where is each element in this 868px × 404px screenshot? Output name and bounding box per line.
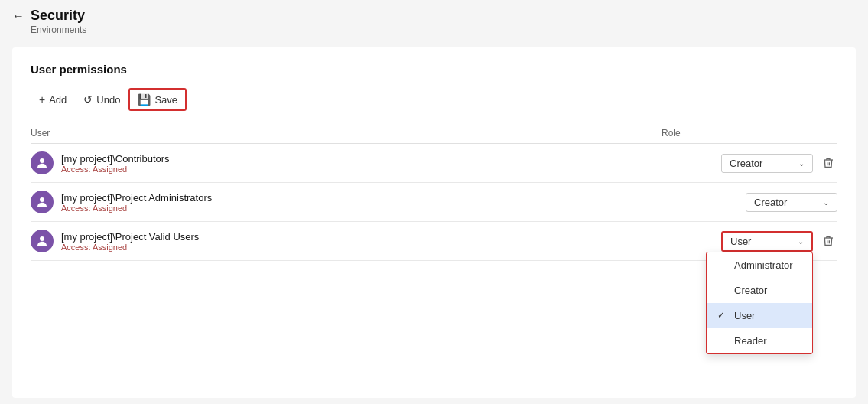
dropdown-item-creator[interactable]: Creator	[707, 278, 812, 303]
option-label: Reader	[734, 335, 767, 347]
check-icon	[717, 285, 728, 295]
role-select-active[interactable]: User ⌄	[721, 231, 813, 252]
user-details: [my project]\Project Valid Users Access:…	[61, 231, 199, 252]
user-access: Access: Assigned	[61, 165, 170, 174]
avatar	[31, 191, 54, 213]
chevron-down-icon: ⌄	[823, 198, 829, 207]
row-actions: Creator ⌄	[746, 193, 837, 212]
option-label: User	[734, 310, 755, 321]
dropdown-item-reader[interactable]: Reader	[707, 328, 812, 354]
user-name: [my project]\Project Valid Users	[61, 231, 199, 243]
row-actions: User ⌄ Administrator	[721, 231, 837, 252]
user-details: [my project]\Contributors Access: Assign…	[61, 153, 170, 174]
user-info: [my project]\Contributors Access: Assign…	[31, 152, 721, 174]
delete-button[interactable]	[819, 233, 837, 249]
add-icon: +	[39, 93, 45, 106]
svg-point-2	[40, 236, 44, 241]
delete-button[interactable]	[819, 155, 837, 171]
row-actions: Creator ⌄	[721, 154, 837, 173]
user-access: Access: Assigned	[61, 204, 212, 213]
user-info: [my project]\Project Administrators Acce…	[31, 191, 746, 213]
user-name: [my project]\Project Administrators	[61, 192, 212, 204]
header-title-row: ← Security	[12, 8, 856, 24]
svg-point-1	[40, 197, 44, 202]
chevron-down-icon: ⌄	[798, 159, 805, 168]
check-icon: ✓	[717, 310, 728, 321]
add-label: Add	[49, 94, 67, 106]
save-label: Save	[154, 94, 177, 106]
save-button[interactable]: 💾 Save	[128, 88, 187, 111]
check-icon	[717, 335, 728, 346]
user-name: [my project]\Contributors	[61, 153, 170, 165]
col-user-header: User	[31, 128, 662, 138]
user-access: Access: Assigned	[61, 243, 199, 252]
header: ← Security Environments	[0, 0, 868, 41]
section-title: User permissions	[31, 63, 837, 76]
table-header: User Role	[31, 123, 837, 144]
breadcrumb: Environments	[31, 24, 856, 35]
dropdown-item-administrator[interactable]: Administrator	[707, 252, 812, 278]
table-row: [my project]\Project Administrators Acce…	[31, 183, 837, 222]
role-value: Creator	[754, 197, 787, 208]
option-label: Administrator	[734, 259, 793, 271]
role-select[interactable]: Creator ⌄	[746, 193, 837, 212]
page-container: ← Security Environments User permissions…	[0, 0, 868, 404]
undo-icon: ↺	[83, 93, 93, 106]
user-info: [my project]\Project Valid Users Access:…	[31, 230, 721, 252]
table-row: [my project]\Project Valid Users Access:…	[31, 222, 837, 261]
avatar	[31, 152, 54, 174]
add-button[interactable]: + Add	[31, 89, 75, 110]
role-value: User	[730, 236, 751, 247]
page-title: Security	[31, 8, 85, 24]
undo-button[interactable]: ↺ Undo	[75, 89, 128, 110]
check-icon	[717, 259, 728, 270]
avatar	[31, 230, 54, 252]
save-icon: 💾	[138, 93, 151, 106]
dropdown-item-user[interactable]: ✓ User	[707, 303, 812, 328]
role-select[interactable]: Creator ⌄	[721, 154, 813, 173]
chevron-down-icon: ⌄	[798, 237, 804, 246]
option-label: Creator	[734, 285, 767, 296]
dropdown-menu: Administrator Creator ✓ User Reader	[706, 252, 813, 354]
svg-point-0	[40, 158, 44, 163]
main-content: User permissions + Add ↺ Undo 💾 Save Use…	[12, 47, 856, 398]
undo-label: Undo	[96, 94, 120, 106]
role-value: Creator	[730, 158, 762, 169]
toolbar: + Add ↺ Undo 💾 Save	[31, 88, 837, 111]
col-role-header: Role	[662, 128, 814, 138]
table-row: [my project]\Contributors Access: Assign…	[31, 144, 837, 183]
back-button[interactable]: ←	[12, 9, 24, 23]
user-details: [my project]\Project Administrators Acce…	[61, 192, 212, 213]
